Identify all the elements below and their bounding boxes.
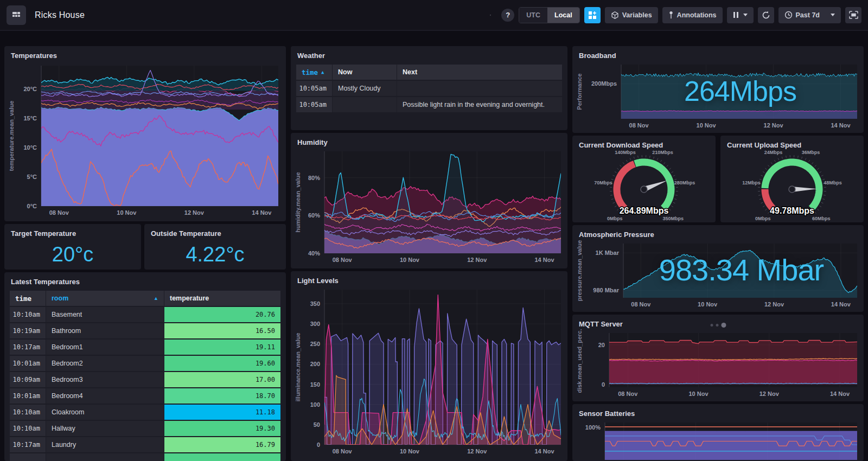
weather-now: Mostly Cloudy	[333, 81, 397, 96]
latest-row: 10:10amHallway19.30	[10, 421, 280, 436]
latest-room: Bathroom	[46, 323, 164, 338]
latest-table-header: timeroom▲temperature	[10, 291, 280, 306]
latest-time: 10:17am	[10, 437, 46, 452]
svg-text:210Mbps: 210Mbps	[652, 150, 673, 155]
svg-text:10 Nov: 10 Nov	[698, 301, 718, 308]
latest-col-temperature[interactable]: temperature	[164, 291, 280, 306]
timezone-toggle: UTC Local	[519, 7, 579, 23]
svg-text:0Mbps: 0Mbps	[755, 216, 771, 221]
panel-pressure: Atmospheric Pressure 980 Mbar1K Mbar08 N…	[572, 225, 864, 312]
panel-mqtt: MQTT Server 02008 Nov10 Nov12 Nov14 Novd…	[572, 315, 864, 401]
latest-row: 10:17amBedroom119.11	[10, 340, 280, 355]
pause-refresh-button[interactable]	[727, 7, 754, 23]
weather-col-next[interactable]: Next	[397, 65, 562, 80]
svg-text:1K Mbar: 1K Mbar	[596, 249, 620, 256]
latest-col-time[interactable]: time	[10, 291, 46, 306]
weather-row: 10:05amPossible light rain in the evenin…	[296, 97, 562, 112]
svg-text:14 Nov: 14 Nov	[252, 209, 272, 216]
weather-col-time[interactable]: time▲	[296, 65, 332, 80]
latest-temperature: 17.00	[164, 372, 280, 387]
sources-icon[interactable]	[484, 7, 497, 23]
broadband-chart[interactable]: 200Mbps08 Nov10 Nov12 Nov14 NovPerforman…	[575, 60, 861, 131]
svg-text:14 Nov: 14 Nov	[831, 122, 851, 129]
panel-title: Current Download Speed	[572, 136, 716, 150]
panel-latest-temperatures: Latest Temperatures timeroom▲temperature…	[4, 272, 286, 461]
svg-text:70Mbps: 70Mbps	[594, 180, 612, 185]
variables-button[interactable]: Variables	[605, 7, 658, 23]
outside-temperature-value: 4.22°c	[144, 243, 286, 266]
grid-glyph	[11, 10, 21, 20]
svg-text:14 Nov: 14 Nov	[831, 301, 851, 308]
svg-text:0Mbps: 0Mbps	[607, 216, 623, 221]
weather-row: 10:05amMostly Cloudy	[296, 81, 562, 96]
temperatures-chart[interactable]: 0°C5°C10°C15°C20°C08 Nov10 Nov12 Nov14 N…	[7, 60, 284, 219]
panel-weather: Weather time▲NowNext10:05amMostly Cloudy…	[291, 46, 567, 130]
svg-text:14 Nov: 14 Nov	[534, 448, 554, 454]
timezone-local-button[interactable]: Local	[547, 8, 579, 23]
latest-row	[10, 453, 280, 461]
pause-icon	[733, 11, 739, 18]
svg-text:100: 100	[310, 401, 320, 408]
refresh-button[interactable]	[758, 7, 774, 23]
panel-broadband: Broadband 200Mbps08 Nov10 Nov12 Nov14 No…	[572, 46, 864, 133]
latest-time: 10:19am	[10, 323, 46, 338]
download-speed-gauge: 0Mbps70Mbps140Mbps210Mbps280Mbps350Mbps2…	[575, 149, 713, 221]
panel-humidity: Humidity 40%60%80%08 Nov10 Nov12 Nov14 N…	[291, 133, 567, 268]
svg-text:20°C: 20°C	[23, 86, 37, 92]
timezone-utc-button[interactable]: UTC	[519, 8, 547, 23]
latest-time: 10:01am	[10, 388, 46, 404]
svg-text:24Mbps: 24Mbps	[764, 150, 783, 155]
svg-text:14 Nov: 14 Nov	[534, 257, 554, 263]
navbar: Ricks House ? UTC Local	[0, 0, 868, 31]
svg-text:10°C: 10°C	[23, 144, 37, 151]
latest-room: Bedroom4	[46, 388, 164, 404]
weather-col-now[interactable]: Now	[333, 65, 397, 80]
svg-text:12Mbps: 12Mbps	[742, 180, 761, 185]
dashboard-title: Ricks House	[35, 10, 85, 20]
latest-row: 10:01amBedroom418.70	[10, 388, 280, 404]
panel-title: Outside Temperature	[144, 224, 286, 239]
pressure-chart[interactable]: 980 Mbar1K Mbar08 Nov10 Nov12 Nov14 Novp…	[575, 239, 861, 310]
latest-row: 10:10amBasement20.76	[10, 307, 280, 322]
upload-speed-gauge: 0Mbps12Mbps24Mbps36Mbps48Mbps60Mbps49.78…	[723, 149, 861, 221]
add-cell-button[interactable]	[584, 7, 601, 23]
annotations-button[interactable]: Annotations	[662, 7, 723, 23]
latest-time: 10:17am	[10, 340, 46, 355]
svg-text:temperature.mean_value: temperature.mean_value	[8, 101, 15, 171]
latest-row: 10:10amCloakroom11.18	[10, 405, 280, 420]
panel-title: Humidity	[291, 133, 567, 148]
svg-text:100%: 100%	[585, 424, 601, 431]
latest-time: 10:01am	[10, 356, 46, 371]
caret-down-icon	[831, 14, 835, 16]
humidity-chart[interactable]: 40%60%80%08 Nov10 Nov12 Nov14 Novhumidit…	[293, 147, 565, 266]
svg-text:350Mbps: 350Mbps	[662, 216, 684, 221]
svg-text:humidity.mean_value: humidity.mean_value	[295, 172, 301, 232]
panel-title: Current Upload Speed	[720, 136, 864, 150]
panel-title: Weather	[291, 46, 567, 61]
sensor-batteries-chart[interactable]: 100%	[575, 418, 861, 461]
latest-time: 10:10am	[10, 421, 46, 436]
time-range-label: Past 7d	[796, 11, 820, 19]
svg-text:200Mbps: 200Mbps	[591, 80, 617, 87]
latest-room: Cloakroom	[46, 405, 164, 420]
light-levels-chart[interactable]: 05010015020025030035008 Nov10 Nov12 Nov1…	[293, 285, 565, 459]
svg-text:0°C: 0°C	[27, 203, 37, 209]
refresh-icon	[762, 11, 770, 20]
svg-text:60%: 60%	[308, 212, 320, 219]
latest-temperature: 18.70	[164, 388, 280, 404]
panel-title: Target Temperature	[4, 224, 141, 239]
svg-text:08 Nov: 08 Nov	[49, 209, 69, 216]
help-icon[interactable]: ?	[501, 9, 514, 22]
latest-row: 10:01amBedroom219.60	[10, 356, 280, 371]
add-cell-icon	[588, 11, 597, 20]
latest-room	[46, 453, 164, 461]
dashboards-icon[interactable]	[7, 5, 26, 25]
svg-text:08 Nov: 08 Nov	[629, 122, 649, 129]
svg-text:10 Nov: 10 Nov	[697, 122, 717, 129]
presentation-mode-button[interactable]	[845, 7, 861, 23]
svg-text:Performance: Performance	[576, 73, 583, 110]
latest-col-room[interactable]: room▲	[46, 291, 164, 306]
mqtt-chart[interactable]: 02008 Nov10 Nov12 Nov14 Novdisk.mean_use…	[575, 329, 861, 399]
time-range-dropdown[interactable]: Past 7d	[778, 7, 841, 23]
latest-temperature: 11.18	[164, 405, 280, 420]
